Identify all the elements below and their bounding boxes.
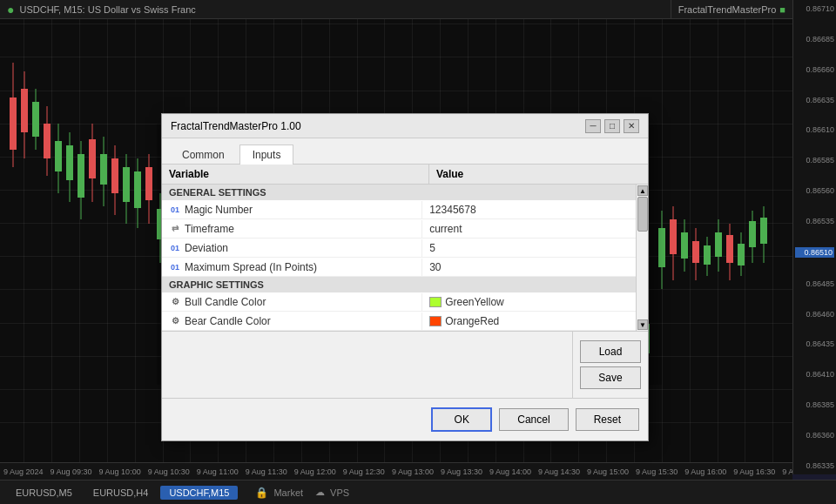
gear-icon-bull: ⚙ (169, 296, 181, 308)
chart-corner-title: FractalTrendMasterPro ■ (671, 0, 792, 19)
cancel-button[interactable]: Cancel (499, 408, 568, 431)
current-price-label: 0.86510 (795, 247, 834, 258)
time-label: 9 Aug 11:00 (193, 467, 242, 476)
var-deviation: 01 Deviation (162, 239, 422, 257)
row-bear-candle-color[interactable]: ⚙ Bear Candle Color OrangeRed (162, 312, 636, 331)
row-bull-candle-color[interactable]: ⚙ Bull Candle Color GreenYellow (162, 292, 636, 312)
bull-color-swatch (429, 297, 442, 307)
dialog-content: Variable Value GENERAL SETTINGS 01 Magic… (162, 165, 648, 331)
indicator-name: FractalTrendMasterPro (678, 4, 777, 15)
price-label: 0.86610 (795, 125, 834, 134)
svg-rect-7 (44, 124, 51, 158)
row-timeframe[interactable]: ⇄ Timeframe current (162, 219, 636, 239)
svg-rect-40 (726, 235, 733, 263)
svg-rect-5 (32, 102, 39, 137)
svg-rect-28 (658, 228, 665, 267)
tab-eurusd-m5[interactable]: EURUSD,M5 (7, 486, 81, 500)
time-label: 9 Aug 2024 (0, 467, 47, 476)
maximize-button[interactable]: □ (604, 119, 620, 133)
time-label: 9 Aug 10:30 (145, 467, 193, 476)
time-axis: 9 Aug 2024 9 Aug 09:30 9 Aug 10:00 9 Aug… (0, 462, 792, 480)
svg-rect-3 (21, 89, 28, 132)
svg-rect-32 (681, 232, 688, 259)
time-label: 9 Aug 16:30 (730, 467, 779, 476)
val-bull-candle-color: GreenYellow (422, 293, 636, 311)
number-icon-2: 01 (169, 242, 181, 254)
ok-button[interactable]: OK (431, 407, 492, 432)
table-scrollbar[interactable]: ▲ ▼ (636, 185, 648, 331)
svg-rect-34 (692, 241, 699, 263)
svg-rect-9 (55, 141, 62, 171)
row-magic-number[interactable]: 01 Magic Number 12345678 (162, 200, 636, 219)
time-label: 9 Aug 16:00 (681, 467, 730, 476)
table-header: Variable Value (162, 165, 648, 185)
svg-rect-11 (66, 145, 73, 180)
cloud-icon: ☁ (315, 487, 325, 498)
close-button[interactable]: ✕ (624, 119, 639, 133)
val-max-spread: 30 (422, 259, 636, 276)
number-icon-3: 01 (169, 261, 181, 273)
settings-dialog: FractalTrendMasterPro 1.00 ─ □ ✕ Common … (161, 113, 649, 441)
price-label: 0.86635 (795, 96, 834, 104)
time-label: 9 Aug 12:00 (291, 467, 340, 476)
price-label: 0.86460 (795, 310, 834, 319)
svg-rect-1 (10, 97, 17, 150)
dialog-action-bar: OK Cancel Reset (162, 398, 648, 440)
svg-rect-42 (738, 244, 745, 265)
price-label: 0.86660 (795, 65, 834, 74)
vps-label[interactable]: VPS (330, 487, 349, 498)
scrollbar-thumb[interactable] (637, 197, 648, 232)
price-label: 0.86560 (795, 186, 834, 195)
time-label: 9 Aug 15:00 (583, 467, 632, 476)
time-label: 9 Aug 15:30 (632, 467, 681, 476)
row-max-spread[interactable]: 01 Maximum Spread (In Points) 30 (162, 258, 636, 277)
svg-rect-36 (704, 245, 711, 265)
price-label: 0.86385 (795, 400, 834, 409)
svg-rect-25 (145, 167, 152, 200)
price-label: 0.86335 (795, 461, 834, 470)
scrollbar-up-arrow[interactable]: ▲ (637, 185, 648, 196)
dialog-footer: Load Save (162, 331, 648, 398)
table-body[interactable]: GENERAL SETTINGS 01 Magic Number 1234567… (162, 185, 648, 331)
section-graphic-settings: GRAPHIC SETTINGS (162, 277, 636, 292)
tab-eurusd-h4[interactable]: EURUSD,H4 (84, 486, 158, 500)
tab-inputs[interactable]: Inputs (239, 144, 294, 165)
row-deviation[interactable]: 01 Deviation 5 (162, 239, 636, 258)
tab-common[interactable]: Common (169, 144, 238, 165)
time-label: 9 Aug 09:30 (47, 467, 96, 476)
minimize-button[interactable]: ─ (585, 119, 601, 133)
svg-rect-15 (89, 139, 96, 178)
dialog-tab-bar: Common Inputs (162, 138, 648, 165)
section-general-settings: GENERAL SETTINGS (162, 185, 636, 200)
column-header-value: Value (429, 165, 636, 184)
svg-rect-19 (111, 158, 118, 193)
time-label: 9 Aug 17:00 (779, 467, 792, 476)
price-label: 0.86410 (795, 370, 834, 379)
time-label: 9 Aug 13:00 (388, 467, 437, 476)
time-label: 9 Aug 14:00 (486, 467, 535, 476)
price-label: 0.86360 (795, 431, 834, 440)
var-timeframe: ⇄ Timeframe (162, 220, 422, 238)
price-label: 0.86710 (795, 4, 834, 13)
val-deviation: 5 (422, 239, 636, 257)
svg-rect-46 (760, 218, 767, 244)
scrollbar-down-arrow[interactable]: ▼ (637, 319, 648, 330)
svg-rect-17 (100, 154, 107, 185)
svg-rect-30 (670, 219, 677, 254)
lock-icon: 🔒 (255, 487, 268, 499)
svg-rect-13 (78, 154, 84, 198)
gear-icon-bear: ⚙ (169, 315, 181, 327)
svg-rect-44 (749, 221, 756, 247)
tf-icon: ⇄ (169, 223, 181, 235)
load-button[interactable]: Load (580, 340, 641, 363)
price-label: 0.86685 (795, 35, 834, 44)
time-label: 9 Aug 12:30 (340, 467, 388, 476)
column-header-variable: Variable (162, 165, 429, 184)
time-label: 9 Aug 10:00 (96, 467, 145, 476)
time-label: 9 Aug 13:30 (437, 467, 486, 476)
number-icon: 01 (169, 204, 181, 216)
reset-button[interactable]: Reset (576, 408, 639, 431)
market-label[interactable]: Market (273, 487, 303, 498)
save-button[interactable]: Save (580, 366, 641, 389)
tab-usdchf-m15[interactable]: USDCHF,M15 (160, 486, 238, 500)
